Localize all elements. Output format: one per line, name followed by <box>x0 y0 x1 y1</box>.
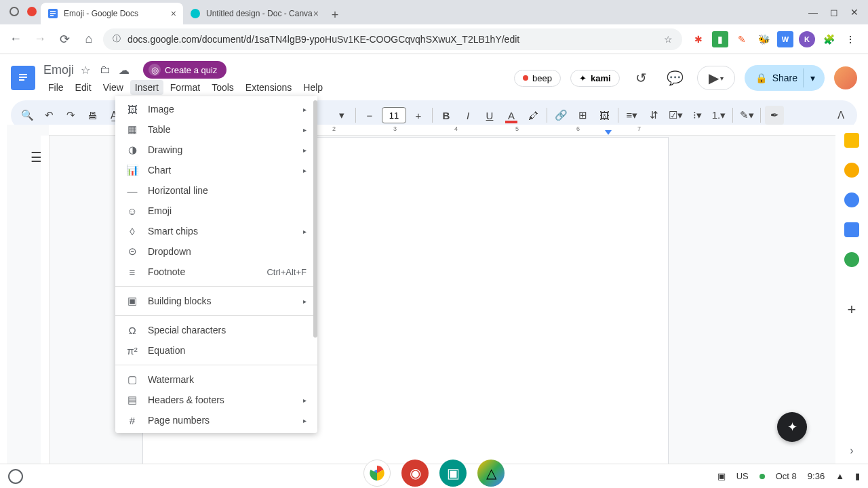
menu-insert[interactable]: Insert <box>130 80 163 95</box>
new-tab-button[interactable]: + <box>326 5 344 24</box>
bold-icon[interactable]: B <box>437 106 456 125</box>
minimize-icon[interactable]: — <box>808 7 818 18</box>
system-tray[interactable]: ▣ US Oct 8 9:36 ▲ ▮ <box>717 471 860 481</box>
align-icon[interactable]: ≡▾ <box>623 106 642 125</box>
tasks-icon[interactable] <box>844 192 859 207</box>
menu-item-emoji[interactable]: ☺Emoji <box>115 201 317 221</box>
address-bar[interactable]: ⓘ docs.google.com/document/d/1saTN4lgB9-… <box>103 28 682 50</box>
maps-icon[interactable] <box>844 252 859 267</box>
move-icon[interactable]: 🗀 <box>100 64 112 76</box>
menu-item-special-characters[interactable]: ΩSpecial characters <box>115 320 317 340</box>
close-window-icon[interactable]: ✕ <box>850 7 859 18</box>
decrease-font-icon[interactable]: − <box>360 106 379 125</box>
bookmark-star-icon[interactable]: ☆ <box>664 34 673 45</box>
hide-menus-icon[interactable]: ᐱ <box>831 106 850 125</box>
checklist-icon[interactable]: ☑▾ <box>666 106 685 125</box>
extension-icon[interactable]: ▮ <box>712 31 728 47</box>
contacts-icon[interactable] <box>844 222 859 237</box>
menu-item-drawing[interactable]: ◑Drawing▸ <box>115 140 317 160</box>
highlight-icon[interactable]: 🖍 <box>524 106 542 125</box>
browser-tab-inactive[interactable]: Untitled design - Doc - Canva × <box>183 3 326 24</box>
extension-icon[interactable]: ✎ <box>734 31 750 47</box>
menu-file[interactable]: File <box>43 80 68 95</box>
launcher-icon[interactable] <box>8 469 23 484</box>
chrome-menu-icon[interactable]: ⋮ <box>842 31 859 47</box>
beep-extension-button[interactable]: beep <box>514 70 561 87</box>
maximize-icon[interactable]: ◻ <box>830 7 838 18</box>
files-app-icon[interactable]: ▣ <box>439 460 467 487</box>
wifi-icon[interactable]: ▲ <box>835 471 844 481</box>
editing-mode-icon[interactable]: ✎▾ <box>737 106 756 125</box>
menu-format[interactable]: Format <box>165 80 205 95</box>
extension-icon[interactable]: ✱ <box>690 31 707 47</box>
extension-icon[interactable]: 🐝 <box>755 31 772 47</box>
browser-tab-active[interactable]: Emoji - Google Docs × <box>41 3 183 24</box>
add-comment-icon[interactable]: ⊞ <box>573 106 592 125</box>
support-chat-button[interactable]: ✦ <box>777 412 807 442</box>
menu-item-image[interactable]: 🖼Image▸ <box>115 99 317 119</box>
chrome-icon[interactable] <box>363 460 391 487</box>
home-button[interactable]: ⌂ <box>79 29 99 49</box>
extension-icon[interactable]: W <box>777 31 793 47</box>
menu-item-footnote[interactable]: ≡FootnoteCtrl+Alt+F <box>115 262 317 282</box>
comments-icon[interactable]: 💬 <box>663 66 688 90</box>
account-avatar[interactable] <box>834 66 857 89</box>
share-button[interactable]: 🔒 Share ▾ <box>745 65 825 91</box>
kami-extension-button[interactable]: ✦ kami <box>570 70 620 87</box>
font-size-input[interactable]: 11 <box>382 107 406 123</box>
docs-logo-icon[interactable] <box>11 66 35 90</box>
undo-icon[interactable]: ↶ <box>39 106 58 125</box>
redo-icon[interactable]: ↷ <box>61 106 80 125</box>
keep-icon[interactable] <box>844 163 859 178</box>
battery-icon[interactable]: ▮ <box>855 471 860 481</box>
increase-font-icon[interactable]: + <box>409 106 428 125</box>
menu-tools[interactable]: Tools <box>207 80 239 95</box>
star-icon[interactable]: ☆ <box>81 64 93 77</box>
underline-icon[interactable]: U <box>480 106 499 125</box>
reload-button[interactable]: ⟳ <box>54 29 75 49</box>
menu-view[interactable]: View <box>98 80 128 95</box>
menu-item-table[interactable]: ▦Table▸ <box>115 119 317 140</box>
extensions-menu-icon[interactable]: 🧩 <box>821 31 837 47</box>
tray-app-icon[interactable]: ▣ <box>717 471 726 481</box>
insert-link-icon[interactable]: 🔗 <box>551 106 570 125</box>
menu-item-equation[interactable]: π²Equation <box>115 340 317 361</box>
menu-edit[interactable]: Edit <box>71 80 96 95</box>
create-quiz-button[interactable]: ◎ Create a quiz <box>143 61 226 79</box>
pen-icon[interactable]: ✒ <box>765 106 784 125</box>
menu-item-smart-chips[interactable]: ◊Smart chips▸ <box>115 221 317 241</box>
site-info-icon[interactable]: ⓘ <box>113 33 121 45</box>
right-margin-marker[interactable] <box>605 130 612 135</box>
add-addon-icon[interactable]: + <box>848 301 856 319</box>
history-icon[interactable]: ↺ <box>629 66 654 90</box>
menu-item-dropdown[interactable]: ⊝Dropdown <box>115 241 317 262</box>
back-button[interactable]: ← <box>5 29 26 49</box>
close-tab-icon[interactable]: × <box>171 8 176 19</box>
vertical-ruler[interactable] <box>41 136 50 464</box>
menu-extensions[interactable]: Extensions <box>241 80 296 95</box>
extension-icon[interactable]: K <box>799 31 815 47</box>
menu-help[interactable]: Help <box>298 80 328 95</box>
text-color-icon[interactable]: A <box>502 106 521 125</box>
search-menus-icon[interactable]: 🔍 <box>18 106 37 125</box>
menu-item-page-numbers[interactable]: #Page numbers▸ <box>115 410 317 430</box>
numbered-icon[interactable]: 1.▾ <box>709 106 728 125</box>
close-tab-icon[interactable]: × <box>313 8 319 19</box>
collapse-panel-icon[interactable]: › <box>850 445 853 457</box>
menu-item-headers-footers[interactable]: ▤Headers & footers▸ <box>115 390 317 410</box>
italic-icon[interactable]: I <box>458 106 477 125</box>
font-dropdown-icon[interactable]: ▾ <box>332 106 351 125</box>
language-indicator[interactable]: US <box>736 471 749 481</box>
print-icon[interactable]: 🖶 <box>83 106 102 125</box>
menu-item-chart[interactable]: 📊Chart▸ <box>115 160 317 180</box>
cloud-status-icon[interactable]: ☁ <box>119 64 131 77</box>
share-dropdown-icon[interactable]: ▾ <box>803 68 822 87</box>
insert-image-icon[interactable]: 🖼 <box>595 106 614 125</box>
menu-item-watermark[interactable]: ▢Watermark <box>115 369 317 390</box>
line-spacing-icon[interactable]: ⇵ <box>644 106 663 125</box>
drive-icon[interactable]: △ <box>477 460 505 487</box>
meet-button[interactable]: ▶▾ <box>697 66 735 90</box>
calendar-icon[interactable] <box>844 133 859 148</box>
bullets-icon[interactable]: ⁝▾ <box>688 106 707 125</box>
menu-item-horizontal-line[interactable]: ―Horizontal line <box>115 180 317 201</box>
